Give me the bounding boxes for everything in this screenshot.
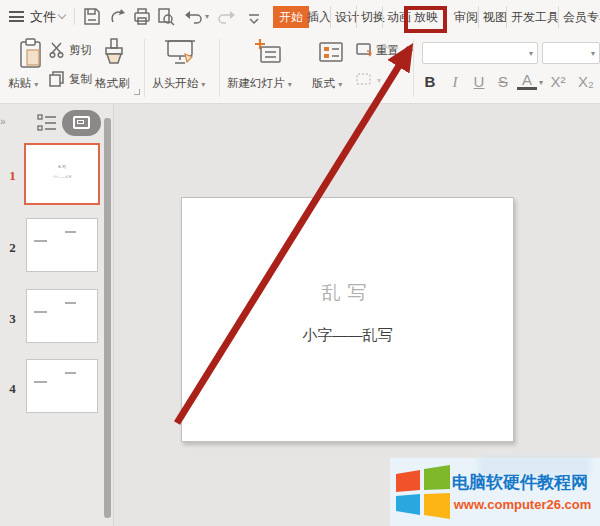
new-slide-button[interactable]: 新建幻灯片 ▾ [227, 76, 292, 91]
reset-button[interactable]: 重置 [376, 43, 399, 58]
watermark-banner: 电脑软硬件教程网 www.computer26.com [390, 458, 600, 526]
paste-button[interactable]: 粘贴 ▾ [8, 76, 38, 91]
save-icon[interactable] [82, 7, 102, 26]
cut-button[interactable]: 剪切 [69, 43, 92, 58]
reset-icon[interactable] [355, 41, 373, 62]
export-icon[interactable] [108, 7, 128, 26]
slide-thumbnail-1[interactable]: 乱写 小字——乱写 [24, 143, 100, 205]
panel-scrollbar[interactable] [104, 118, 111, 518]
collapse-panel-icon[interactable]: » [0, 116, 6, 127]
slide-number: 3 [5, 311, 20, 327]
redo-icon[interactable] [216, 7, 236, 26]
section-dropdown-caret[interactable]: ▾ [377, 76, 381, 85]
title-bar: 文件 ▾ 开始 插入 设计 切换 动画 放映 审阅 视图 [0, 0, 600, 33]
slide-number: 1 [5, 168, 20, 184]
slide-number: 4 [5, 381, 20, 397]
divider [144, 39, 145, 97]
cut-icon[interactable] [48, 41, 65, 62]
copy-icon[interactable] [48, 70, 65, 91]
format-painter-button[interactable]: 格式刷 [95, 76, 130, 91]
outline-view-icon[interactable] [37, 113, 57, 137]
menu-icon[interactable] [9, 11, 24, 22]
from-beginning-button[interactable]: 从头开始 ▾ [152, 76, 205, 91]
font-color-button[interactable]: A [517, 71, 537, 90]
format-painter-icon[interactable] [101, 37, 127, 73]
slide-number: 2 [5, 240, 20, 256]
app-window: 文件 ▾ 开始 插入 设计 切换 动画 放映 审阅 视图 [0, 0, 600, 526]
ribbon-toolbar: 粘贴 ▾ 剪切 复制 格式刷 [0, 33, 600, 104]
slide-view-toggle[interactable] [62, 110, 101, 136]
undo-icon[interactable] [184, 7, 204, 26]
section-icon[interactable] [355, 71, 373, 92]
divider [413, 39, 414, 97]
slide-thumbnail-3[interactable] [26, 289, 98, 343]
more-icon[interactable] [244, 10, 264, 29]
print-preview-icon[interactable] [156, 7, 176, 26]
undo-dropdown-caret[interactable]: ▾ [205, 12, 209, 21]
divider [74, 8, 75, 25]
dialog-launcher[interactable] [134, 89, 140, 95]
tab-developer[interactable]: 开发工具 [506, 6, 563, 28]
windows-logo-icon [396, 463, 450, 525]
underline-button[interactable]: U [469, 71, 489, 93]
font-name-select[interactable]: ▾ [422, 42, 538, 64]
divider [219, 39, 220, 97]
font-color-caret[interactable]: ▾ [539, 78, 543, 87]
font-size-select[interactable]: ▾ [542, 42, 600, 64]
slide-thumbnail-2[interactable] [26, 218, 98, 272]
superscript-button[interactable]: X² [548, 71, 568, 93]
copy-button[interactable]: 复制 [69, 72, 92, 87]
watermark-url: www.computer26.com [450, 497, 595, 512]
paste-icon[interactable] [17, 38, 45, 74]
play-from-beginning-icon[interactable] [163, 38, 197, 74]
print-icon[interactable] [132, 7, 152, 26]
bold-button[interactable]: B [420, 71, 440, 93]
current-slide[interactable]: 乱写 小字——乱写 [181, 197, 514, 442]
slide-subtitle[interactable]: 小字——乱写 [182, 326, 513, 345]
watermark-site-name: 电脑软硬件教程网 [452, 471, 594, 494]
subscript-button[interactable]: X₂ [576, 71, 596, 93]
layout-button[interactable]: 版式 ▾ [312, 76, 342, 91]
strikethrough-button[interactable]: S [493, 71, 513, 93]
layout-icon[interactable] [317, 39, 345, 71]
annotation-box [404, 6, 447, 33]
italic-button[interactable]: I [445, 71, 465, 93]
file-menu-button[interactable]: 文件 [30, 8, 56, 26]
slide-view-icon [73, 116, 90, 129]
slide-panel: » 1 乱写 小字——乱写 2 3 4 [0, 104, 113, 526]
chevron-down-icon[interactable] [58, 11, 66, 19]
new-slide-icon[interactable] [252, 37, 282, 73]
slide-thumbnail-4[interactable] [26, 359, 98, 413]
slide-title[interactable]: 乱写 [182, 280, 513, 306]
tab-member[interactable]: 会员专享 [558, 6, 600, 28]
